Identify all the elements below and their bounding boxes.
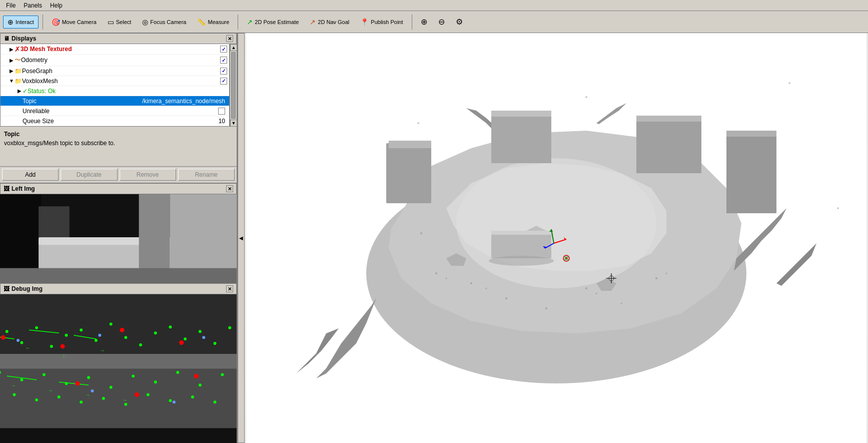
svg-point-32: [20, 378, 23, 381]
expand-arrow-status[interactable]: ▶: [17, 88, 23, 94]
nav-goal-button[interactable]: ↗ 2D Nav Goal: [305, 16, 354, 29]
svg-rect-10: [0, 354, 237, 369]
menu-panels[interactable]: Panels: [20, 1, 46, 10]
menu-help[interactable]: Help: [46, 1, 67, 10]
interact-icon: ⊕: [8, 18, 14, 26]
svg-rect-7: [0, 268, 237, 283]
left-panel: 🖥 Displays ✕ ▶ ✗ 3D Mesh Textured: [0, 33, 238, 443]
remove-button[interactable]: Remove: [120, 169, 176, 181]
svg-point-36: [110, 386, 113, 389]
svg-point-16: [50, 345, 53, 348]
scroll-thumb[interactable]: [231, 52, 236, 119]
display-item-unreliable[interactable]: Unreliable: [1, 106, 229, 116]
expand-arrow-mesh3d[interactable]: ▶: [9, 47, 15, 52]
expand-arrow-odometry[interactable]: ▶: [9, 58, 15, 63]
svg-point-52: [214, 400, 217, 403]
displays-scrollbar[interactable]: ▲ ▼: [230, 44, 237, 127]
svg-point-125: [420, 232, 422, 234]
svg-rect-91: [386, 143, 431, 203]
svg-point-61: [179, 340, 184, 345]
focus-camera-button[interactable]: ◎ Focus Camera: [138, 16, 191, 29]
zoom-out-icon: ⊖: [438, 17, 445, 27]
display-item-mesh3d[interactable]: ▶ ✗ 3D Mesh Textured: [1, 44, 229, 55]
debug-img-close[interactable]: ✕: [226, 285, 233, 292]
scroll-down-arrow[interactable]: ▼: [230, 120, 237, 127]
voxblox-folder-icon: 📁: [15, 78, 22, 85]
expand-arrow-posegraph[interactable]: ▶: [9, 68, 15, 74]
svg-point-117: [596, 293, 597, 294]
svg-rect-98: [726, 131, 776, 137]
mesh3d-checkbox[interactable]: [220, 46, 227, 53]
svg-point-114: [435, 272, 437, 274]
svg-point-21: [124, 336, 127, 339]
svg-point-13: [6, 330, 9, 333]
publish-point-icon: 📍: [360, 18, 369, 26]
expand-arrow-voxblox[interactable]: ▼: [9, 78, 15, 84]
interact-button[interactable]: ⊕ Interact: [3, 16, 39, 29]
select-button[interactable]: ▭ Select: [103, 16, 136, 29]
panel-collapse-button[interactable]: ◀: [238, 33, 245, 443]
display-item-queuesize[interactable]: Queue Size 10: [1, 116, 229, 126]
svg-rect-97: [726, 133, 776, 213]
voxblox-checkbox[interactable]: [220, 78, 227, 85]
svg-rect-95: [636, 118, 701, 173]
svg-point-67: [98, 334, 101, 337]
display-item-status[interactable]: ▶ ✓ Status: Ok: [1, 86, 229, 96]
display-item-voxblox[interactable]: ▼ 📁 VoxbloxMesh: [1, 76, 229, 86]
svg-point-39: [176, 371, 179, 374]
svg-point-38: [154, 380, 157, 383]
measure-button[interactable]: 📏 Measure: [193, 16, 234, 29]
svg-point-28: [228, 326, 231, 329]
duplicate-button[interactable]: Duplicate: [61, 169, 117, 181]
svg-point-26: [199, 330, 202, 333]
svg-point-27: [214, 342, 217, 345]
posegraph-checkbox[interactable]: [220, 68, 227, 75]
svg-point-62: [75, 381, 80, 386]
svg-point-116: [585, 287, 587, 289]
display-item-topic[interactable]: Topic /kimera_semantics_node/mesh: [1, 96, 229, 106]
svg-point-45: [58, 395, 61, 398]
scroll-up-arrow[interactable]: ▲: [230, 44, 237, 51]
add-button[interactable]: Add: [2, 169, 59, 181]
zoom-fit-button[interactable]: ⊕: [416, 15, 432, 29]
measure-icon: 📏: [197, 18, 206, 26]
zoom-out-button[interactable]: ⊖: [434, 15, 449, 29]
svg-point-119: [545, 307, 547, 309]
svg-point-19: [95, 339, 98, 342]
publish-point-button[interactable]: 📍 Publish Point: [356, 16, 407, 29]
svg-point-122: [486, 288, 487, 289]
svg-point-66: [17, 339, 20, 342]
svg-point-70: [91, 389, 94, 392]
displays-panel-icon: 🖥: [4, 35, 10, 42]
posegraph-label: PoseGraph: [22, 68, 220, 75]
svg-point-51: [191, 395, 194, 398]
svg-point-58: [1, 335, 6, 340]
svg-point-126: [585, 96, 587, 98]
svg-point-25: [184, 337, 187, 340]
svg-point-18: [80, 328, 83, 331]
debug-img-panel: 🖼 Debug Img ✕: [0, 283, 237, 443]
menu-file[interactable]: File: [2, 1, 20, 10]
move-camera-button[interactable]: 🎯 Move Camera: [47, 16, 101, 29]
svg-point-121: [505, 297, 507, 299]
settings-button[interactable]: ⚙: [451, 15, 467, 29]
display-item-posegraph[interactable]: ▶ 📁 PoseGraph: [1, 66, 229, 76]
3d-viewport[interactable]: [245, 33, 868, 443]
svg-point-128: [417, 122, 419, 124]
displays-panel-close[interactable]: ✕: [226, 35, 233, 42]
left-img-close[interactable]: ✕: [226, 185, 233, 192]
zoom-fit-icon: ⊕: [421, 17, 427, 27]
svg-rect-94: [491, 111, 551, 117]
rename-button[interactable]: Rename: [178, 169, 235, 181]
svg-point-68: [202, 336, 205, 339]
debug-img-header: 🖼 Debug Img ✕: [0, 283, 237, 294]
display-item-odometry[interactable]: ▶ 〜 Odometry: [1, 55, 229, 66]
unreliable-checkbox[interactable]: [218, 108, 225, 115]
displays-tree[interactable]: ▶ ✗ 3D Mesh Textured ▶ 〜 Odometry: [0, 44, 230, 127]
pose-estimate-button[interactable]: ↗ 2D Pose Estimate: [242, 16, 303, 29]
displays-panel: 🖥 Displays ✕ ▶ ✗ 3D Mesh Textured: [0, 33, 237, 127]
odometry-checkbox[interactable]: [220, 57, 227, 64]
svg-rect-96: [636, 116, 701, 122]
topic-label: Topic: [23, 98, 142, 105]
toolbar: ⊕ Interact 🎯 Move Camera ▭ Select ◎ Focu…: [0, 11, 868, 33]
